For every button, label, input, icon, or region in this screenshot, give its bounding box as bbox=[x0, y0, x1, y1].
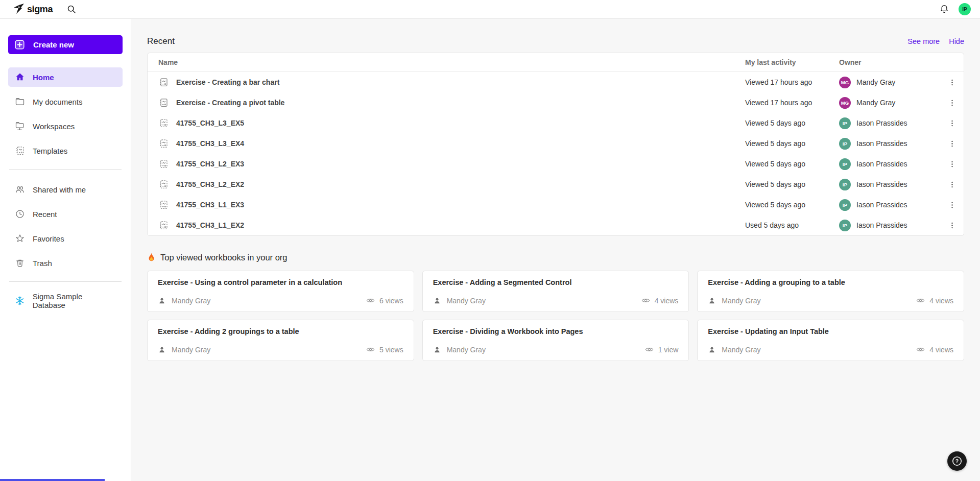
last-activity: Viewed 5 days ago bbox=[745, 180, 839, 188]
card-owner: Mandy Gray bbox=[722, 346, 760, 354]
sigma-logo: sigma bbox=[13, 3, 53, 15]
search-icon bbox=[66, 4, 77, 14]
owner-avatar: MG bbox=[839, 97, 851, 109]
eye-icon bbox=[366, 345, 375, 354]
sidebar-divider bbox=[9, 169, 122, 170]
sigma-bird-icon bbox=[13, 3, 26, 15]
sidebar-item-my-documents[interactable]: My documents bbox=[8, 92, 123, 111]
clock-icon bbox=[15, 209, 25, 219]
search-button[interactable] bbox=[65, 3, 78, 16]
sidebar-divider bbox=[9, 281, 122, 282]
table-row[interactable]: 41755_CH3_L3_EX5 Viewed 5 days ago IP Ia… bbox=[148, 113, 964, 133]
sidebar-horizontal-scrollbar[interactable] bbox=[0, 479, 105, 481]
template-icon bbox=[158, 220, 169, 230]
recent-title: Recent bbox=[147, 36, 175, 46]
notifications-button[interactable] bbox=[938, 3, 951, 16]
kebab-menu-icon bbox=[948, 99, 957, 107]
see-more-link[interactable]: See more bbox=[907, 37, 940, 45]
kebab-menu-icon bbox=[948, 160, 957, 169]
table-row[interactable]: 41755_CH3_L1_EX3 Viewed 5 days ago IP Ia… bbox=[148, 195, 964, 215]
workbook-card[interactable]: Exercise - Adding a grouping to a table … bbox=[697, 271, 964, 312]
table-row[interactable]: Exercise - Creating a pivot table Viewed… bbox=[148, 92, 964, 113]
sidebar-item-recent[interactable]: Recent bbox=[8, 204, 123, 224]
sidebar-item-workspaces[interactable]: Workspaces bbox=[8, 116, 123, 136]
home-icon bbox=[15, 72, 25, 82]
table-row[interactable]: 41755_CH3_L1_EX2 Used 5 days ago IP Iaso… bbox=[148, 215, 964, 235]
template-icon bbox=[158, 179, 169, 189]
help-button[interactable]: ? bbox=[947, 451, 967, 471]
logo-text: sigma bbox=[27, 4, 53, 15]
sidebar-item-favorites[interactable]: Favorites bbox=[8, 229, 123, 248]
sidebar: Create new Home My documents Workspaces … bbox=[0, 19, 131, 481]
row-menu-button[interactable] bbox=[946, 117, 959, 130]
table-row[interactable]: 41755_CH3_L2_EX2 Viewed 5 days ago IP Ia… bbox=[148, 174, 964, 195]
notebook-dashed-icon bbox=[15, 146, 25, 156]
svg-text:?: ? bbox=[955, 458, 959, 464]
workbook-card[interactable]: Exercise - Dividing a Workbook into Page… bbox=[422, 320, 689, 361]
eye-icon bbox=[916, 296, 925, 305]
owner-name: Iason Prassides bbox=[856, 201, 907, 209]
card-owner: Mandy Gray bbox=[172, 346, 210, 354]
topbar-right: IP bbox=[938, 3, 971, 16]
kebab-menu-icon bbox=[948, 78, 957, 87]
row-menu-button[interactable] bbox=[946, 76, 959, 89]
sidebar-item-label: Home bbox=[33, 73, 54, 82]
star-icon bbox=[15, 233, 25, 244]
last-activity: Viewed 17 hours ago bbox=[745, 99, 839, 107]
card-owner: Mandy Gray bbox=[722, 297, 760, 305]
owner-avatar: IP bbox=[839, 220, 851, 231]
create-new-label: Create new bbox=[33, 40, 74, 49]
owner-avatar: MG bbox=[839, 77, 851, 88]
table-row[interactable]: Exercise - Creating a bar chart Viewed 1… bbox=[148, 72, 964, 92]
sidebar-item-label: Favorites bbox=[33, 234, 64, 243]
row-menu-button[interactable] bbox=[946, 178, 959, 191]
folder-icon bbox=[15, 97, 25, 107]
owner-avatar: IP bbox=[839, 199, 851, 211]
sidebar-item-templates[interactable]: Templates bbox=[8, 141, 123, 160]
owner-name: Iason Prassides bbox=[856, 180, 907, 188]
workbook-card[interactable]: Exercise - Using a control parameter in … bbox=[147, 271, 414, 312]
sidebar-item-trash[interactable]: Trash bbox=[8, 253, 123, 273]
template-icon bbox=[158, 159, 169, 169]
workbook-card[interactable]: Exercise - Adding 2 groupings to a table… bbox=[147, 320, 414, 361]
row-menu-button[interactable] bbox=[946, 137, 959, 150]
sidebar-item-label: My documents bbox=[33, 98, 83, 106]
row-menu-button[interactable] bbox=[946, 219, 959, 232]
bell-icon bbox=[939, 4, 949, 14]
table-row[interactable]: 41755_CH3_L3_EX4 Viewed 5 days ago IP Ia… bbox=[148, 133, 964, 154]
column-header-name: Name bbox=[148, 58, 745, 66]
row-menu-button[interactable] bbox=[946, 199, 959, 211]
sidebar-item-sigma-sample-database[interactable]: Sigma Sample Database bbox=[8, 292, 123, 309]
trash-icon bbox=[15, 258, 25, 268]
sidebar-item-home[interactable]: Home bbox=[8, 67, 123, 87]
user-avatar[interactable]: IP bbox=[959, 3, 971, 15]
recent-header-links: See more Hide bbox=[907, 37, 964, 45]
hide-link[interactable]: Hide bbox=[949, 37, 964, 45]
sidebar-nav-secondary: Shared with me Recent Favorites Trash bbox=[8, 180, 123, 273]
people-icon bbox=[15, 184, 25, 195]
person-icon bbox=[433, 297, 441, 305]
workbook-card[interactable]: Exercise - Adding a Segmented Control Ma… bbox=[422, 271, 689, 312]
row-menu-button[interactable] bbox=[946, 158, 959, 171]
workbook-card[interactable]: Exercise - Updating an Input Table Mandy… bbox=[697, 320, 964, 361]
eye-icon bbox=[916, 345, 925, 354]
last-activity: Viewed 17 hours ago bbox=[745, 78, 839, 86]
top-viewed-title: Top viewed workbooks in your org bbox=[160, 253, 288, 262]
create-new-button[interactable]: Create new bbox=[8, 35, 123, 54]
card-owner: Mandy Gray bbox=[172, 297, 210, 305]
owner-avatar: IP bbox=[839, 179, 851, 190]
recent-table: Name My last activity Owner Exercise - C… bbox=[147, 53, 964, 236]
row-menu-button[interactable] bbox=[946, 97, 959, 109]
sidebar-item-label: Templates bbox=[33, 147, 67, 155]
owner-name: Iason Prassides bbox=[856, 119, 907, 127]
card-title: Exercise - Using a control parameter in … bbox=[158, 278, 403, 286]
top-viewed-section-header: Top viewed workbooks in your org bbox=[147, 252, 964, 263]
card-views: 4 views bbox=[929, 297, 953, 305]
owner-avatar: IP bbox=[839, 158, 851, 170]
sidebar-item-shared-with-me[interactable]: Shared with me bbox=[8, 180, 123, 199]
sidebar-item-label: Recent bbox=[33, 210, 57, 219]
card-views: 4 views bbox=[655, 297, 679, 305]
owner-avatar: IP bbox=[839, 138, 851, 150]
template-icon bbox=[158, 138, 169, 149]
table-row[interactable]: 41755_CH3_L2_EX3 Viewed 5 days ago IP Ia… bbox=[148, 154, 964, 174]
